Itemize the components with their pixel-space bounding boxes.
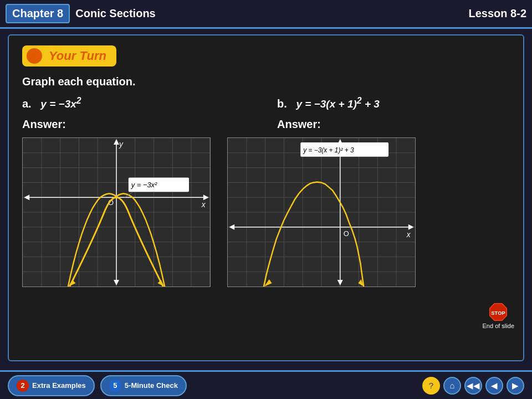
your-turn-text: Your Turn bbox=[49, 49, 106, 63]
home-button[interactable]: ⌂ bbox=[443, 377, 461, 395]
answer-label-b: Answer: bbox=[277, 118, 510, 131]
problem-a-equation: y = −3x2 bbox=[40, 98, 81, 110]
svg-text:STOP: STOP bbox=[492, 310, 505, 316]
graph-a-container: y x O y = −3x² bbox=[22, 137, 211, 287]
five-minute-icon: 5 bbox=[109, 380, 121, 392]
problem-b-label: b. y = −3(x + 1)2 + 3 bbox=[277, 96, 510, 110]
next-button[interactable]: ▶ bbox=[507, 377, 524, 395]
extra-examples-label: Extra Examples bbox=[32, 381, 86, 390]
five-minute-label: 5-Minute Check bbox=[125, 381, 178, 390]
svg-text:x: x bbox=[406, 230, 411, 239]
chapter-title: Conic Sections bbox=[75, 7, 155, 20]
problem-a-label: a. y = −3x2 bbox=[22, 96, 255, 110]
svg-text:y = −3(x + 1)² + 3: y = −3(x + 1)² + 3 bbox=[303, 146, 354, 154]
problem-a: a. y = −3x2 bbox=[22, 96, 255, 114]
extra-examples-icon: 2 bbox=[17, 380, 29, 392]
instruction: Graph each equation. bbox=[22, 75, 510, 88]
graph-b-svg: y x O y = −3(x + 1)² + 3 bbox=[228, 138, 415, 287]
problems-row: a. y = −3x2 b. y = −3(x + 1)2 + 3 bbox=[22, 96, 510, 114]
end-of-slide: STOP End of slide bbox=[483, 303, 514, 329]
five-minute-check-button[interactable]: 5 5-Minute Check bbox=[100, 375, 187, 396]
stop-sign-icon: STOP bbox=[489, 303, 508, 321]
your-turn-banner: Your Turn bbox=[22, 45, 116, 66]
extra-examples-button[interactable]: 2 Extra Examples bbox=[8, 375, 95, 396]
prev-button[interactable]: ◀ bbox=[485, 377, 503, 395]
nav-buttons: ? ⌂ ◀◀ ◀ ▶ bbox=[422, 377, 524, 395]
header-left: Chapter 8 Conic Sections bbox=[6, 4, 156, 23]
answer-label-a: Answer: bbox=[22, 118, 255, 131]
svg-text:y: y bbox=[119, 140, 124, 149]
skip-back-button[interactable]: ◀◀ bbox=[464, 377, 482, 395]
graphs-row: y x O y = −3x² bbox=[22, 137, 510, 287]
content-area: Your Turn Graph each equation. a. y = −3… bbox=[8, 34, 524, 361]
svg-text:y = −3x²: y = −3x² bbox=[131, 181, 157, 190]
lesson-badge: Lesson 8-2 bbox=[469, 7, 526, 20]
problem-b-equation: y = −3(x + 1)2 + 3 bbox=[296, 98, 379, 110]
problem-b: b. y = −3(x + 1)2 + 3 bbox=[277, 96, 510, 114]
bottom-bar: 2 Extra Examples 5 5-Minute Check ? ⌂ ◀◀… bbox=[0, 370, 532, 399]
header: Chapter 8 Conic Sections Lesson 8-2 bbox=[0, 0, 532, 29]
svg-text:x: x bbox=[201, 200, 206, 209]
graph-a-svg: y x O y = −3x² bbox=[23, 138, 210, 287]
graph-b-container: y x O y = −3(x + 1)² + 3 bbox=[227, 137, 416, 287]
chapter-badge: Chapter 8 bbox=[6, 4, 70, 23]
bottom-left-buttons: 2 Extra Examples 5 5-Minute Check bbox=[8, 375, 187, 396]
help-button[interactable]: ? bbox=[422, 377, 440, 395]
end-of-slide-text: End of slide bbox=[483, 323, 514, 329]
svg-text:O: O bbox=[344, 229, 349, 238]
